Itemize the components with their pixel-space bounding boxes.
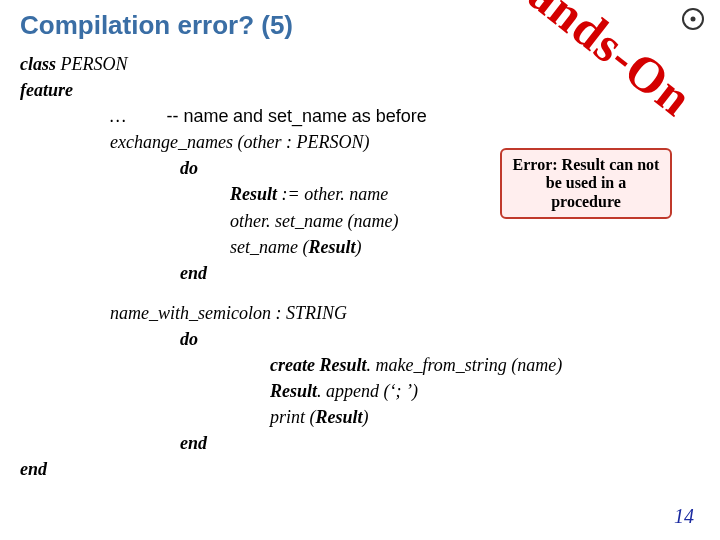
comment-mid: and: [233, 106, 268, 126]
page-number: 14: [674, 505, 694, 528]
stmt4b: . make_from_string (name): [367, 355, 563, 375]
stmt6b: Result: [316, 407, 363, 427]
kw-end-1: end: [180, 263, 207, 283]
stmt5a: Result: [270, 381, 317, 401]
stmt3a: set_name (: [230, 237, 308, 257]
kw-do-1: do: [180, 158, 198, 178]
comment-prefix: -- name: [167, 106, 229, 126]
kw-end-final: end: [20, 459, 47, 479]
proc1-name: exchange_names: [110, 132, 233, 152]
stmt1b: := other. name: [277, 184, 388, 204]
stmt4a: create Result: [270, 355, 367, 375]
comment-setname: set_name: [268, 106, 347, 126]
stmt3b: Result: [308, 237, 355, 257]
kw-end-2: end: [180, 433, 207, 453]
kw-do-2: do: [180, 329, 198, 349]
stmt5b: . append (‘; ’): [317, 381, 418, 401]
comment-end: as before: [352, 106, 427, 126]
stmt2: other. set_name (name): [230, 211, 398, 231]
class-name: PERSON: [61, 54, 128, 74]
stmt6c: ): [363, 407, 369, 427]
slide-title: Compilation error? (5): [20, 10, 700, 41]
func-name: name_with_semicolon : STRING: [110, 303, 347, 323]
kw-class: class: [20, 54, 56, 74]
proc1-sig: (other : PERSON): [233, 132, 369, 152]
ellipsis: …: [110, 106, 126, 126]
stmt6a: print (: [270, 407, 316, 427]
code-block: class PERSON feature … -- name and set_n…: [20, 51, 700, 483]
kw-feature: feature: [20, 80, 73, 100]
stmt3c: ): [356, 237, 362, 257]
stmt1a: Result: [230, 184, 277, 204]
eth-logo-icon: [682, 8, 704, 30]
error-callout: Error: Result can not be used in a proce…: [500, 148, 672, 219]
